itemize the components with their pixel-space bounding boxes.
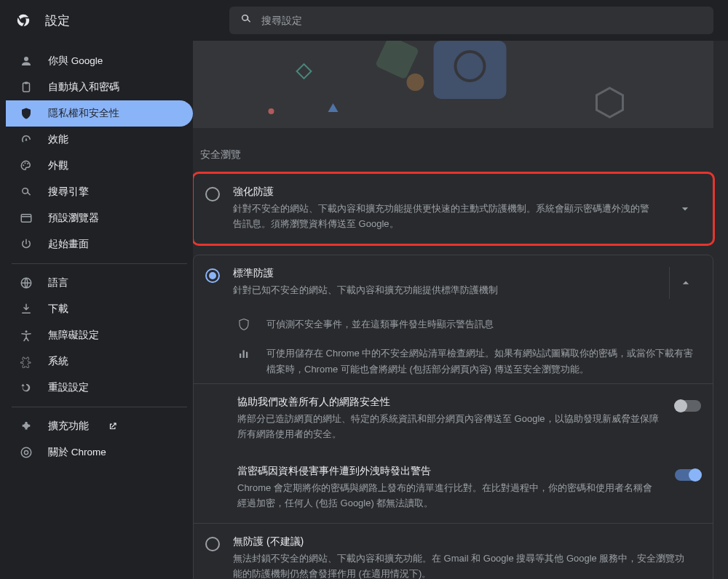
page-title: 設定	[45, 12, 70, 29]
shield-icon	[19, 107, 33, 120]
toggle-switch[interactable]	[675, 469, 701, 481]
standard-protection-option[interactable]: 標準防護 針對已知不安全的網站、下載內容和擴充功能提供標準防護機制	[194, 255, 713, 311]
sidebar-item-label: 重設設定	[48, 381, 89, 394]
radio-icon	[205, 187, 220, 201]
enhanced-protection-card: 強化防護 針對不安全的網站、下載內容和擴充功能提供更快速的主動式防護機制。系統會…	[193, 173, 713, 244]
chrome-icon	[19, 446, 33, 459]
sidebar-item-label: 效能	[48, 133, 68, 146]
expand-button[interactable]	[669, 193, 701, 225]
sidebar-item-speed[interactable]: 效能	[6, 127, 193, 153]
sidebar-item-power[interactable]: 起始畫面	[6, 231, 193, 257]
sidebar-item-label: 預設瀏覽器	[48, 212, 99, 225]
sidebar-item-label: 系統	[48, 355, 68, 368]
search-icon	[240, 12, 253, 28]
svg-point-12	[24, 450, 28, 454]
svg-rect-17	[297, 64, 312, 79]
sidebar-item-shield[interactable]: 隱私權和安全性	[6, 100, 193, 127]
sidebar-item-accessibility[interactable]: 無障礙設定	[6, 322, 193, 348]
clipboard-icon	[19, 81, 33, 94]
speed-icon	[19, 133, 33, 146]
sidebar-item-restore[interactable]: 重設設定	[6, 375, 193, 401]
sidebar-item-label: 無障礙設定	[48, 329, 99, 342]
shield-icon	[237, 318, 252, 334]
svg-point-4	[23, 164, 24, 166]
improve-security-toggle-row: 協助我們改善所有人的網路安全性 將部分已造訪網頁的網址、特定的系統資訊和部分網頁…	[194, 384, 713, 454]
system-icon	[19, 355, 33, 368]
restore-icon	[19, 381, 33, 394]
sidebar-item-download[interactable]: 下載	[6, 296, 193, 322]
external-icon	[108, 421, 118, 431]
svg-rect-7	[21, 215, 31, 223]
main-content: 安全瀏覽 強化防護 針對不安全的網站、下載內容和擴充功能提供更快速的主動式防護機…	[193, 41, 728, 579]
accessibility-icon	[19, 329, 33, 342]
sidebar-item-label: 搜尋引擎	[48, 185, 89, 199]
toggle-desc: 將部分已造訪網頁的網址、特定的系統資訊和部分網頁內容傳送至 Google，以協助…	[237, 412, 660, 442]
bar-chart-icon	[237, 347, 252, 363]
sidebar-item-label: 外觀	[48, 159, 68, 172]
sidebar-item-person[interactable]: 你與 Google	[6, 48, 193, 74]
svg-rect-13	[434, 41, 507, 99]
sidebar-item-system[interactable]: 系統	[6, 348, 193, 375]
power-icon	[19, 238, 33, 251]
svg-rect-19	[240, 354, 241, 358]
svg-point-6	[27, 163, 28, 164]
sidebar-item-label: 自動填入和密碼	[48, 81, 119, 94]
search-icon	[19, 185, 33, 199]
toggle-desc: Chrome 會定期將你的密碼與網路上發布的清單進行比對。在比對過程中，你的密碼…	[237, 481, 660, 511]
sidebar-item-palette[interactable]: 外觀	[6, 153, 193, 179]
toggle-switch[interactable]	[675, 400, 701, 412]
option-title: 無防護 (不建議)	[233, 535, 694, 548]
radio-icon	[205, 268, 220, 283]
toggle-title: 協助我們改善所有人的網路安全性	[237, 396, 660, 409]
radio-icon	[205, 537, 220, 551]
sidebar-item-label: 語言	[48, 276, 68, 290]
sidebar-item-label: 關於 Chrome	[48, 446, 106, 459]
section-title: 安全瀏覽	[193, 143, 713, 173]
hero-banner	[193, 41, 713, 128]
toggle-title: 當密碼因資料侵害事件遭到外洩時發出警告	[237, 465, 660, 478]
no-protection-option[interactable]: 無防護 (不建議) 無法封鎖不安全的網站、下載內容和擴充功能。在 Gmail 和…	[194, 524, 713, 579]
option-title: 強化防護	[233, 185, 656, 199]
sidebar-item-label: 你與 Google	[48, 55, 103, 68]
sidebar-item-globe[interactable]: 語言	[6, 270, 193, 296]
chrome-icon	[15, 12, 32, 29]
sidebar-item-clipboard[interactable]: 自動填入和密碼	[6, 74, 193, 100]
svg-rect-3	[25, 82, 28, 84]
enhanced-protection-option[interactable]: 強化防護 針對不安全的網站、下載內容和擴充功能提供更快速的主動式防護機制。系統會…	[194, 174, 713, 244]
sidebar-item-label: 下載	[48, 303, 68, 316]
svg-point-11	[21, 447, 31, 458]
option-desc: 針對已知不安全的網站、下載內容和擴充功能提供標準防護機制	[233, 283, 656, 298]
svg-rect-20	[243, 350, 245, 358]
option-desc: 針對不安全的網站、下載內容和擴充功能提供更快速的主動式防護機制。系統會顯示密碼遭…	[233, 201, 656, 232]
svg-point-10	[25, 330, 28, 332]
sidebar: 你與 Google自動填入和密碼隱私權和安全性效能外觀搜尋引擎預設瀏覽器起始畫面…	[0, 41, 193, 579]
sidebar-item-chrome[interactable]: 關於 Chrome	[6, 439, 193, 466]
search-input[interactable]	[261, 15, 703, 26]
standard-protection-card: 標準防護 針對已知不安全的網站、下載內容和擴充功能提供標準防護機制 可偵測不安全…	[193, 255, 713, 579]
globe-icon	[19, 276, 33, 290]
svg-point-18	[269, 108, 274, 114]
svg-point-16	[407, 73, 424, 91]
sidebar-item-label: 起始畫面	[48, 238, 89, 251]
extension-icon	[19, 420, 33, 433]
sidebar-item-browser[interactable]: 預設瀏覽器	[6, 205, 193, 231]
svg-rect-15	[375, 41, 419, 80]
sidebar-item-search[interactable]: 搜尋引擎	[6, 179, 193, 205]
password-leak-toggle-row: 當密碼因資料侵害事件遭到外洩時發出警告 Chrome 會定期將你的密碼與網路上發…	[194, 453, 713, 523]
collapse-button[interactable]	[669, 267, 701, 299]
bullet-item: 可偵測不安全事件，並在這類事件發生時顯示警告訊息	[194, 311, 713, 340]
person-icon	[19, 55, 33, 68]
sidebar-item-label: 隱私權和安全性	[48, 107, 119, 120]
search-settings[interactable]	[229, 7, 713, 34]
browser-icon	[19, 212, 33, 225]
option-title: 標準防護	[233, 267, 656, 280]
svg-rect-2	[23, 83, 30, 92]
palette-icon	[19, 159, 33, 172]
bullet-item: 可使用儲存在 Chrome 中的不安全網站清單檢查網址。如果有網站試圖竊取你的密…	[194, 340, 713, 383]
sidebar-item-label: 擴充功能	[48, 420, 89, 433]
svg-rect-21	[246, 351, 248, 357]
option-desc: 無法封鎖不安全的網站、下載內容和擴充功能。在 Gmail 和 Google 搜尋…	[233, 551, 694, 579]
svg-point-5	[24, 162, 25, 164]
sidebar-item-extension[interactable]: 擴充功能	[6, 413, 193, 439]
download-icon	[19, 303, 33, 316]
